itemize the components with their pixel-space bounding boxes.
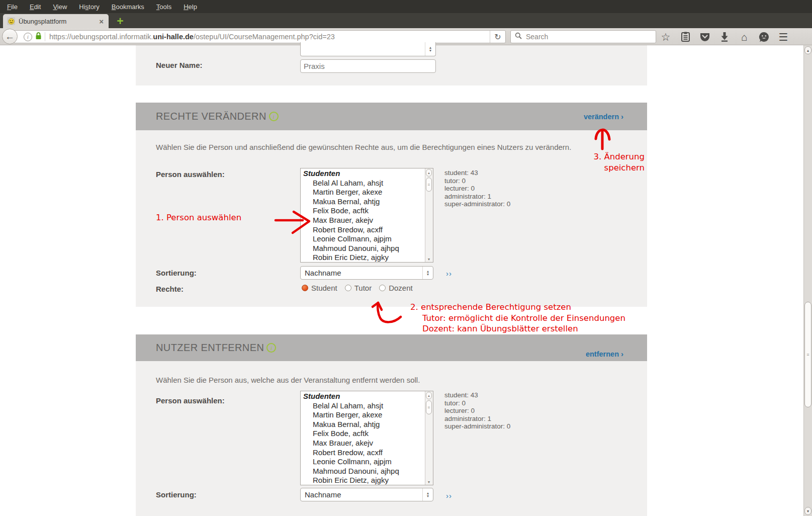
veraendern-link[interactable]: verändern›	[584, 112, 623, 121]
course-rename-panel: ▴▾ Neuer Name:	[136, 45, 647, 85]
list-item[interactable]: Mahmoud Danouni, ajhpq	[303, 467, 425, 476]
neuer-name-input[interactable]	[300, 59, 436, 73]
scrollbar-thumb[interactable]: ≡	[426, 400, 432, 414]
search-box[interactable]	[510, 30, 656, 43]
scrollbar-thumb[interactable]: ≡	[804, 302, 811, 407]
person-listbox[interactable]: Studenten Belal Al Laham, ahsjt Martin B…	[300, 391, 433, 485]
list-item[interactable]: Robin Eric Dietz, ajgky	[303, 476, 425, 485]
home-icon[interactable]: ⌂	[739, 31, 750, 42]
person-listbox[interactable]: Studenten Belal Al Laham, ahsjt Martin B…	[300, 168, 433, 263]
list-item[interactable]: Leonie Collmann, ajpjm	[303, 457, 425, 467]
radio-icon[interactable]	[345, 285, 351, 291]
chevron-right-icon: ›	[621, 112, 623, 121]
site-info-icon[interactable]: i	[24, 33, 32, 41]
browser-scrollbar[interactable]: ▴ ≡ ▾	[803, 45, 812, 516]
rights-radio-group: Student Tutor Dozent	[302, 284, 413, 292]
listbox-scrollbar[interactable]: ▴ ≡ ▾	[425, 168, 433, 262]
scroll-up-icon[interactable]: ▴	[426, 169, 432, 177]
downloads-icon[interactable]	[719, 31, 730, 42]
radio-student[interactable]: Student	[302, 284, 337, 292]
stat-line: lecturer: 0	[444, 185, 510, 193]
lock-icon[interactable]	[35, 32, 42, 41]
section-nutzer-entfernen-body: Wählen Sie die Person aus, welche aus de…	[136, 361, 647, 516]
toolbar-icons: ☆ ⌂ ☰	[660, 28, 789, 45]
scroll-down-icon[interactable]: ▾	[804, 507, 811, 515]
menu-edit[interactable]: Edit	[30, 3, 41, 11]
sortierung-value: Nachname	[305, 490, 341, 499]
list-item[interactable]: Belal Al Laham, ahsjt	[303, 179, 425, 188]
rechte-label: Rechte:	[156, 285, 184, 293]
tab-close-icon[interactable]: ×	[98, 17, 105, 26]
url-bar[interactable]: i https://uebungsportal.informatik.uni-h…	[13, 30, 506, 43]
sortierung-label: Sortierung:	[156, 269, 197, 277]
list-item[interactable]: Martin Berger, akexe	[303, 410, 425, 420]
info-icon[interactable]: i	[266, 343, 276, 353]
stat-line: super-administrator: 0	[444, 422, 510, 431]
stat-line: super-administrator: 0	[444, 200, 510, 208]
menu-help[interactable]: Help	[184, 3, 197, 11]
scroll-up-icon[interactable]: ▴	[804, 46, 811, 54]
entfernen-link[interactable]: entfernen›	[586, 350, 623, 358]
list-item[interactable]: Makua Bernal, ahtjg	[303, 197, 425, 207]
annotation-step3: 3. Änderung speichern	[586, 151, 645, 173]
new-tab-button[interactable]: +	[113, 15, 128, 27]
menu-file[interactable]: File	[7, 3, 18, 11]
list-item[interactable]: Max Brauer, akejv	[303, 439, 425, 448]
annotation-step1: 1. Person auswählen	[156, 213, 241, 222]
sortierung-select[interactable]: Nachname ▴▾	[300, 266, 433, 280]
person-auswaehlen-label: Person auswählen:	[156, 396, 225, 405]
sortierung-label: Sortierung:	[156, 490, 197, 499]
radio-icon[interactable]	[379, 285, 386, 291]
section-nutzer-entfernen-header: NUTZER ENTFERNENi entfernen›	[136, 334, 647, 361]
list-item[interactable]: Robert Bredow, acxff	[303, 448, 425, 458]
section-title: NUTZER ENTFERNENi	[156, 342, 276, 354]
menu-history[interactable]: History	[79, 3, 99, 11]
more-sort-options-link[interactable]: ››	[446, 491, 452, 500]
person-auswaehlen-label: Person auswählen:	[156, 170, 225, 179]
stat-line: student: 43	[444, 169, 510, 177]
pocket-icon[interactable]	[699, 31, 710, 42]
list-item[interactable]: Felix Bode, acftk	[303, 206, 425, 216]
list-item[interactable]: Robert Bredow, acxff	[303, 225, 425, 235]
menu-bar: File Edit View History Bookmarks Tools H…	[0, 0, 812, 13]
menu-tools[interactable]: Tools	[156, 3, 171, 11]
list-item[interactable]: Leonie Collmann, ajpjm	[303, 234, 425, 244]
radio-tutor[interactable]: Tutor	[345, 284, 372, 292]
scroll-down-icon[interactable]: ▾	[425, 480, 432, 484]
select-spinner-icon: ▴▾	[422, 488, 433, 501]
hello-smiley-icon[interactable]	[758, 31, 769, 42]
list-group-header: Studenten	[303, 169, 425, 179]
menu-view[interactable]: View	[53, 3, 67, 11]
url-divider	[45, 32, 45, 41]
bookmarks-list-icon[interactable]	[680, 31, 691, 42]
select-spinner-icon: ▴▾	[422, 267, 433, 279]
scrollbar-thumb[interactable]: ≡	[426, 178, 432, 192]
url-text[interactable]: https://uebungsportal.informatik.uni-hal…	[49, 33, 490, 41]
info-icon[interactable]: i	[269, 112, 279, 121]
truncated-select[interactable]: ▴▾	[300, 42, 436, 56]
list-item[interactable]: Belal Al Laham, ahsjt	[303, 401, 425, 411]
sortierung-select[interactable]: Nachname ▴▾	[300, 488, 433, 501]
radio-selected-icon[interactable]	[302, 285, 308, 291]
menu-bookmarks[interactable]: Bookmarks	[112, 3, 144, 11]
annotation-step2-line3: Dozent: kann Übungsblätter erstellen	[422, 324, 578, 333]
back-button[interactable]: ←	[2, 29, 18, 44]
bookmark-star-icon[interactable]: ☆	[660, 31, 671, 42]
list-item[interactable]: Felix Bode, acftk	[303, 429, 425, 439]
tab-title: Übungsplattform	[19, 18, 98, 25]
scroll-up-icon[interactable]: ▴	[426, 392, 432, 399]
list-item[interactable]: Max Brauer, akejv	[303, 216, 425, 225]
list-item[interactable]: Martin Berger, akexe	[303, 188, 425, 197]
hamburger-menu-icon[interactable]: ☰	[778, 31, 789, 42]
list-item[interactable]: Makua Bernal, ahtjg	[303, 420, 425, 429]
radio-dozent[interactable]: Dozent	[379, 284, 413, 292]
reload-button[interactable]: ↻	[490, 31, 505, 43]
more-sort-options-link[interactable]: ››	[446, 269, 452, 278]
scroll-down-icon[interactable]: ▾	[425, 257, 432, 262]
list-item[interactable]: Robin Eric Dietz, ajgky	[303, 253, 425, 263]
tab-uebungsplattform[interactable]: Übungsplattform ×	[3, 14, 109, 28]
list-item[interactable]: Mahmoud Danouni, ajhpq	[303, 244, 425, 253]
role-statistics: student: 43 tutor: 0 lecturer: 0 adminis…	[444, 169, 510, 208]
search-input[interactable]	[525, 32, 652, 41]
listbox-scrollbar[interactable]: ▴ ≡ ▾	[425, 391, 433, 485]
